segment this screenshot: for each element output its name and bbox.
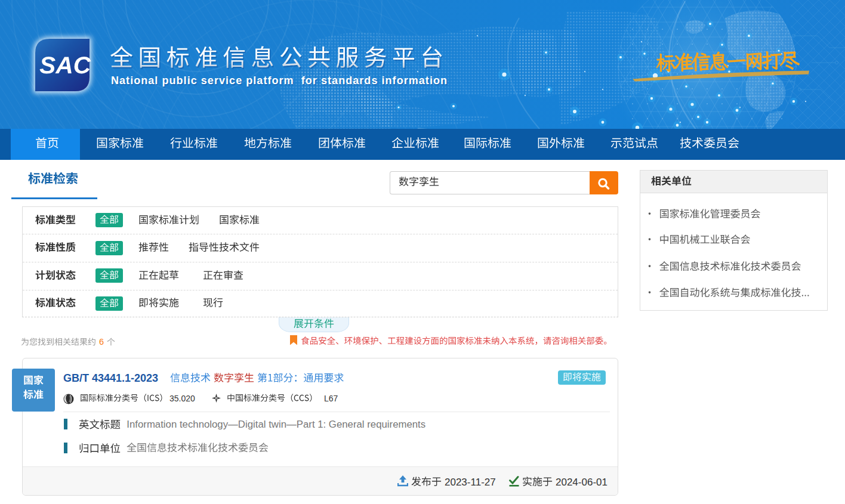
svg-text:National public service platfo: National public service platform for sta…	[111, 75, 448, 86]
